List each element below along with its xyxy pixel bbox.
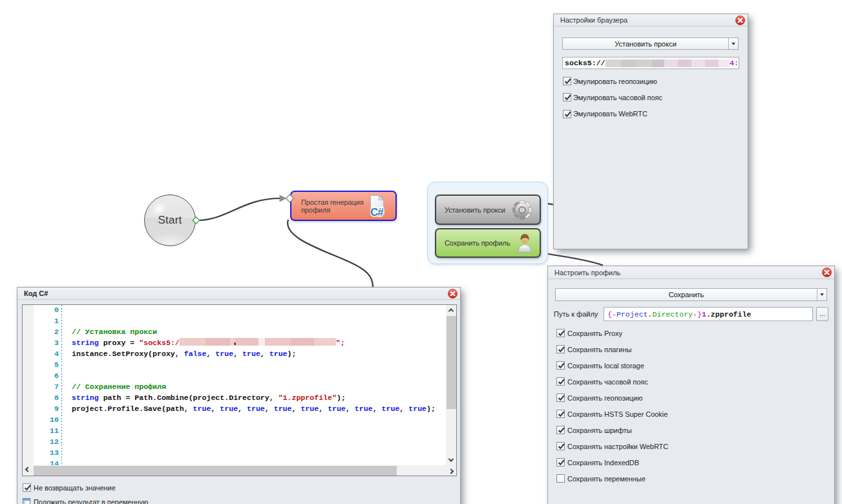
scroll-left-button[interactable] [23, 465, 33, 476]
action-block-save-profile-label: Сохранить профиль [445, 239, 510, 247]
code-line: // Сохранение профиля [72, 381, 446, 392]
text-token: , [238, 404, 247, 413]
checkbox-row: Сохранять настройки WebRTC [556, 442, 668, 450]
code-line: // Установка прокси [72, 326, 446, 337]
text-token: , [211, 404, 220, 413]
code-line [72, 425, 446, 436]
set-proxy-button[interactable]: Установить прокси [562, 37, 739, 50]
checkbox-label: Сохранять настройки WebRTC [567, 443, 668, 450]
checkbox[interactable] [556, 442, 565, 450]
scroll-right-button[interactable] [446, 465, 456, 476]
scroll-down-button[interactable] [446, 455, 456, 465]
horizontal-scrollbar-thumb[interactable] [34, 466, 397, 476]
text-token: - [693, 310, 697, 319]
action-block-set-proxy-label: Установить прокси [445, 205, 505, 213]
text-token: , [206, 350, 215, 358]
text-token: string [72, 394, 99, 402]
checkbox-row: Сохранять Proxy [556, 329, 668, 337]
code-editor[interactable]: 01234567891011121314 // Установка прокси… [22, 304, 457, 476]
no-return-value-checkbox[interactable] [23, 483, 31, 492]
chevron-up-icon [448, 308, 454, 313]
browser-settings-titlebar[interactable]: Настройки браузера [554, 14, 748, 26]
text-token: string [72, 339, 99, 347]
action-block-set-proxy[interactable]: Установить прокси [435, 194, 541, 225]
chevron-right-icon [448, 468, 454, 474]
start-node-label: Start [158, 214, 182, 227]
text-token: true [382, 404, 400, 413]
connector-csharp-to-codepanel [288, 220, 373, 287]
text-token: true [274, 404, 292, 413]
chevron-down-icon [731, 43, 735, 45]
text-token: proxy = [99, 339, 140, 347]
scroll-up-button[interactable] [446, 305, 456, 315]
profile-settings-titlebar[interactable]: Настроить профиль [548, 266, 834, 279]
browse-button[interactable]: ... [816, 307, 828, 321]
text-token: true [220, 404, 238, 413]
chevron-down-icon [448, 456, 454, 461]
profile-settings-title: Настроить профиль [554, 269, 620, 277]
browser-settings-panel: Настройки браузера Установить прокси soc… [553, 14, 748, 249]
start-node[interactable]: Start [144, 194, 196, 246]
line-number: 0 [34, 304, 59, 315]
close-icon[interactable] [448, 289, 458, 299]
text-token: Project [616, 310, 648, 319]
connector-save-to-profilepanel [540, 253, 603, 266]
proxy-input[interactable]: socks5://4: [562, 57, 739, 69]
line-number: 10 [34, 414, 59, 425]
line-number: 2 [34, 326, 59, 337]
checkbox[interactable] [556, 329, 565, 337]
checkbox[interactable] [563, 93, 571, 101]
code-line [72, 359, 446, 370]
checkbox[interactable] [556, 345, 565, 353]
close-icon[interactable] [735, 16, 745, 25]
text-token: , [233, 350, 242, 358]
text-token: 1 [702, 310, 706, 319]
text-token: "; [336, 339, 345, 347]
checkbox-row: Сохранять шрифты [556, 426, 668, 434]
checkbox-row: Эмулировать WebRTC [563, 110, 662, 118]
set-proxy-dropdown[interactable] [728, 38, 738, 49]
code-line [72, 436, 446, 447]
checkbox[interactable] [556, 426, 565, 434]
checkbox[interactable] [556, 377, 565, 386]
checkbox[interactable] [556, 394, 565, 402]
checkbox[interactable] [563, 110, 571, 118]
action-block-csharp[interactable]: Простая генерацияпрофиля C# [290, 191, 397, 221]
chevron-left-icon [25, 467, 30, 472]
close-icon[interactable] [822, 268, 832, 277]
text-token: true [193, 404, 211, 413]
text-token: true [247, 404, 265, 413]
text-token: .zpprofile [706, 310, 751, 319]
csharp-code-titlebar[interactable]: Код C# [17, 288, 460, 300]
save-button[interactable]: Сохранить [555, 288, 827, 301]
csharp-code-panel: Код C# 01234567891011121314 // Установка… [17, 287, 461, 504]
path-input[interactable]: {-Project.Directory-}1.zpprofile [604, 307, 813, 321]
checkbox[interactable] [556, 410, 565, 418]
checkbox[interactable] [563, 77, 571, 85]
check-icon [559, 444, 564, 448]
line-number: 11 [34, 425, 59, 436]
code-text[interactable]: // Установка проксиstring proxy = "socks… [72, 304, 446, 465]
text-token: true [355, 404, 373, 413]
checkbox[interactable] [556, 361, 565, 370]
put-result-variable-row[interactable]: Положить результат в переменную [23, 498, 148, 504]
checkbox[interactable] [556, 474, 565, 483]
checkbox-label: Сохранять геопозицию [567, 394, 642, 402]
checkbox-row: Сохранять IndexedDB [556, 458, 668, 467]
vertical-scrollbar[interactable] [446, 305, 456, 465]
text-token: 4: [730, 59, 739, 67]
horizontal-scrollbar[interactable] [23, 465, 456, 476]
save-dropdown[interactable] [817, 289, 826, 300]
code-line: project.Profile.Save(path, true, true, t… [72, 403, 446, 414]
text-token: ); [426, 404, 436, 413]
check-icon [565, 95, 571, 100]
code-line [72, 414, 446, 425]
text-token: project.Profile.Save(path, [72, 404, 193, 413]
checkbox[interactable] [556, 458, 565, 467]
text-token: , [346, 404, 355, 413]
csharp-icon-text: C# [370, 206, 384, 218]
vertical-scrollbar-thumb[interactable] [447, 316, 456, 409]
checkbox-row: Эмулировать часовой пояс [563, 93, 662, 101]
profile-checkbox-list: Сохранять Proxy Сохранять плагины Сохран… [556, 329, 668, 483]
action-block-save-profile[interactable]: Сохранить профиль [435, 228, 541, 258]
